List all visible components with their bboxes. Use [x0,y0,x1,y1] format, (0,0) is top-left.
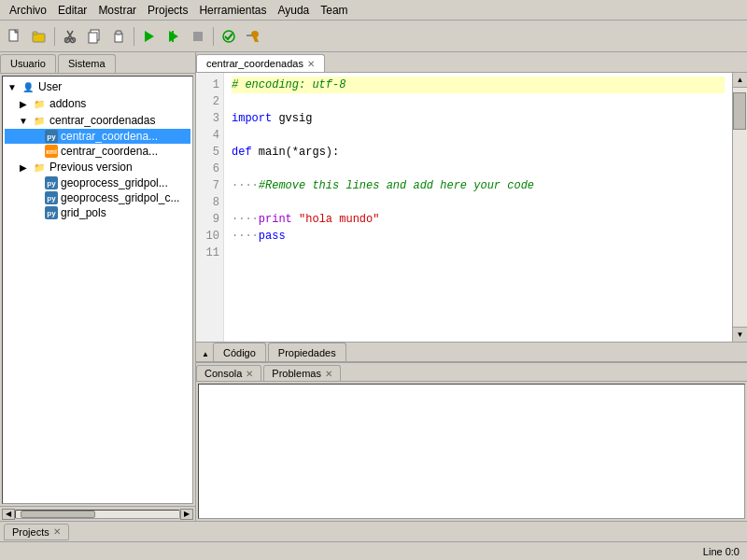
fn-args: *args [292,146,326,159]
panel-tabs: Usuario Sistema [0,52,195,74]
code-line-7: ····#Remove this lines and add here your… [232,179,534,192]
line-num-7: 7 [196,177,219,194]
line-num-2: 2 [196,93,219,110]
tree-label-geo2: geoprocess_gridpol_c... [61,191,179,204]
main-container: Usuario Sistema ▼ 👤 User ▶ 📁 addons [0,52,747,560]
menu-editar[interactable]: Editar [52,2,92,19]
editor-tabs: centrar_coordenadas ✕ [196,52,747,73]
line-num-3: 3 [196,110,219,127]
tree-item-previous[interactable]: ▶ 📁 Previous version [5,159,190,175]
status-text: Line 0:0 [703,546,740,557]
content-area: Usuario Sistema ▼ 👤 User ▶ 📁 addons [0,52,747,521]
folder-addons-icon: 📁 [32,96,47,111]
vscroll-down-btn[interactable]: ▼ [733,327,747,342]
stop-button[interactable] [187,25,209,48]
check-button[interactable] [218,25,240,48]
bottom-tab-projects-label: Projects [12,526,49,538]
tree-label-geo1: geoprocess_gridpol... [61,176,168,189]
line-num-10: 10 [196,228,219,245]
vscroll-track [733,88,747,327]
console-tab-close[interactable]: ✕ [246,369,253,379]
tab-propiedades[interactable]: Propiedades [268,343,346,361]
folder-centrar-icon: 📁 [32,113,47,128]
line-numbers: 1 2 3 4 5 6 7 8 9 10 11 [196,73,224,342]
debug-button[interactable] [162,25,185,48]
open-button[interactable] [28,25,50,48]
tree-item-grid[interactable]: py grid_pols [5,205,190,220]
vscroll-up-btn[interactable]: ▲ [733,73,747,88]
hscroll-track [15,510,180,519]
console-tab-problemas[interactable]: Problemas ✕ [263,365,341,381]
tab-sistema[interactable]: Sistema [58,54,116,73]
console-tab-label: Consola [204,368,242,379]
xml-icon-centrar: xml [45,145,58,158]
editor-tab-label: centrar_coordenadas [206,58,303,69]
tree-label-centrar-xml: centrar_coordena... [61,145,158,158]
run-button[interactable] [138,25,161,48]
svg-rect-19 [247,35,252,36]
comment-encoding: # encoding: utf-8 [232,78,345,91]
tree-item-user[interactable]: ▼ 👤 User [5,78,190,95]
problemas-tab-close[interactable]: ✕ [325,369,332,379]
hscroll-thumb[interactable] [21,511,95,518]
tree-item-addons[interactable]: ▶ 📁 addons [5,95,190,112]
bottom-tab-projects-close[interactable]: ✕ [53,526,61,537]
editor-tab-close[interactable]: ✕ [307,59,315,69]
user-icon: 👤 [21,79,35,94]
code-line-3: import gvsig [232,112,312,125]
svg-rect-3 [33,32,37,35]
tab-usuario[interactable]: Usuario [0,54,56,73]
py-icon-centrar: py [45,130,58,143]
vscroll-thumb[interactable] [733,92,746,130]
line-num-11: 11 [196,245,219,261]
tree-label-centrar-folder: centrar_coordenadas [49,114,155,127]
tree-item-geo2[interactable]: py geoprocess_gridpol_c... [5,190,190,205]
status-bar: Line 0:0 [0,541,747,560]
menu-archivo[interactable]: Archivo [4,2,52,19]
hscroll-left-btn[interactable]: ◀ [2,509,15,520]
menubar: Archivo Editar Mostrar Projects Herramie… [0,0,747,21]
editor-tab-centrar[interactable]: centrar_coordenadas ✕ [196,54,325,72]
menu-herramientas[interactable]: Herramientas [193,2,272,19]
new-button[interactable] [4,25,26,48]
py-icon-grid: py [45,206,58,219]
line-num-4: 4 [196,127,219,144]
menu-projects[interactable]: Projects [142,2,193,19]
kw-print: print [259,213,292,226]
svg-line-9 [70,31,73,35]
code-editor[interactable]: # encoding: utf-8 import gvsig def main(… [224,73,732,342]
bottom-tab-projects[interactable]: Projects ✕ [4,524,69,540]
tab-codigo[interactable]: Código [213,343,266,361]
py-icon-geo1: py [45,176,58,189]
hscroll-right-btn[interactable]: ▶ [180,509,193,520]
svg-rect-11 [89,33,97,43]
collapse-btn[interactable]: ▲ [198,346,213,361]
separator-1 [54,27,55,46]
folder-previous-icon: 📁 [32,160,47,175]
fn-main: main [259,146,286,159]
kw-pass: pass [259,230,286,243]
tree-item-centrar-folder[interactable]: ▼ 📁 centrar_coordenadas [5,112,190,129]
menu-ayuda[interactable]: Ayuda [272,2,315,19]
tree-item-centrar-xml[interactable]: xml centrar_coordena... [5,144,190,159]
tools-button[interactable] [242,25,264,48]
console-tab-consola[interactable]: Consola ✕ [196,365,261,381]
line-num-1: 1 [196,77,219,93]
tree-item-geo1[interactable]: py geoprocess_gridpol... [5,175,190,190]
bottom-panel-tabs: Projects ✕ [0,521,747,541]
console-tabs-bar: Consola ✕ Problemas ✕ [196,363,747,382]
cut-button[interactable] [59,25,81,48]
editor-area: 1 2 3 4 5 6 7 8 9 10 11 # encoding: utf-… [196,73,747,342]
separator-3 [213,27,214,46]
tree-item-centrar-py[interactable]: py centrar_coordena... [5,129,190,144]
console-output [198,384,745,519]
code-line-1: # encoding: utf-8 [232,77,725,93]
svg-rect-13 [116,31,121,35]
copy-button[interactable] [83,25,106,48]
code-line-10: ····pass [232,230,286,243]
menu-team[interactable]: Team [315,2,353,19]
paste-button[interactable] [107,25,130,48]
code-line-9: ····print "hola mundo" [232,213,379,226]
expand-user-icon: ▼ [7,82,18,92]
menu-mostrar[interactable]: Mostrar [92,2,142,19]
